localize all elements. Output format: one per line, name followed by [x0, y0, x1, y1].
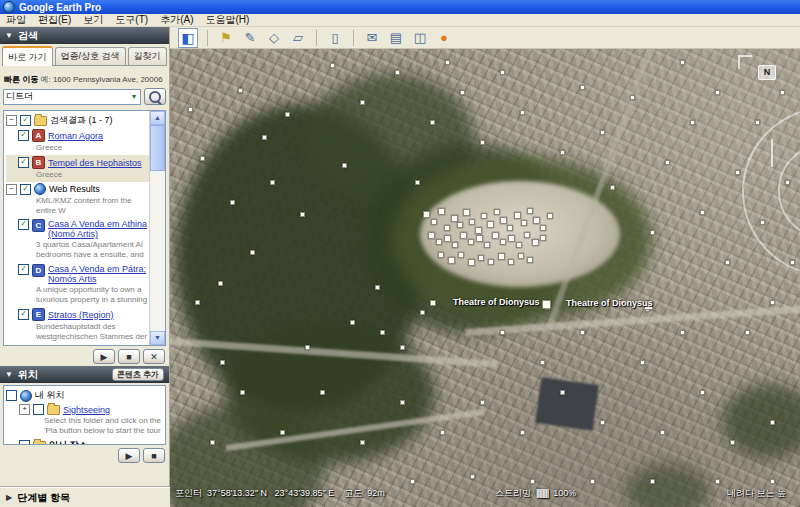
photo-placemark-icon[interactable] — [400, 400, 405, 405]
photo-placemark-icon[interactable] — [521, 220, 527, 226]
collapse-box-icon[interactable]: − — [6, 184, 17, 195]
add-image-overlay-icon[interactable]: ▱ — [289, 29, 307, 47]
photo-placemark-icon[interactable] — [580, 330, 585, 335]
photo-placemark-icon[interactable] — [300, 212, 305, 217]
photo-placemark-icon[interactable] — [480, 140, 485, 145]
stop-tour-button[interactable]: ■ — [143, 448, 165, 463]
photo-placemark-icon[interactable] — [475, 227, 482, 234]
photo-placemark-icon[interactable] — [500, 70, 505, 75]
checkbox-checked[interactable]: ✓ — [18, 309, 29, 320]
photo-placemark-icon[interactable] — [715, 479, 720, 484]
search-go-button[interactable] — [144, 88, 166, 105]
play-tour-button[interactable]: ▶ — [93, 349, 115, 364]
result-link[interactable]: Casa A Venda em Athina (Nomó Artis) — [48, 219, 149, 239]
result-link[interactable]: Roman Agora — [48, 131, 103, 141]
photo-placemark-icon[interactable] — [600, 130, 605, 135]
photo-placemark-icon[interactable] — [735, 170, 740, 175]
play-tour-button[interactable]: ▶ — [118, 448, 140, 463]
photo-placemark-icon[interactable] — [770, 300, 775, 305]
result-link[interactable]: Stratos (Region) — [48, 310, 114, 320]
photo-placemark-icon[interactable] — [650, 479, 655, 484]
expand-triangle-icon[interactable]: ▶ — [6, 493, 12, 502]
photo-placemark-icon[interactable] — [410, 479, 415, 484]
photo-placemark-icon[interactable] — [508, 235, 515, 242]
photo-placemark-icon[interactable] — [665, 160, 670, 165]
photo-placemark-icon[interactable] — [520, 430, 525, 435]
photo-placemark-icon[interactable] — [395, 70, 400, 75]
my-places-item[interactable]: 내 위치 — [6, 388, 163, 403]
photo-placemark-icon[interactable] — [500, 239, 506, 245]
photo-placemark-icon[interactable] — [498, 253, 505, 260]
photo-placemark-icon[interactable] — [431, 219, 437, 225]
photo-placemark-icon[interactable] — [415, 180, 420, 185]
combo-dropdown-icon[interactable]: ▾ — [129, 91, 139, 103]
photo-placemark-icon[interactable] — [514, 212, 521, 219]
result-item-b[interactable]: ✓ B Tempel des Hephaistos — [18, 155, 149, 170]
map-viewport[interactable]: Theatre of DionysusTheatre of Dionysus N… — [170, 49, 800, 507]
result-link[interactable]: Tempel des Hephaistos — [48, 158, 142, 168]
photo-placemark-icon[interactable] — [527, 257, 533, 263]
photo-placemark-icon[interactable] — [200, 156, 205, 161]
photo-placemark-icon[interactable] — [440, 430, 445, 435]
sightseeing-item[interactable]: + Sightseeing — [19, 403, 163, 416]
photo-placemark-icon[interactable] — [430, 120, 435, 125]
photo-placemark-icon[interactable] — [560, 150, 565, 155]
photo-placemark-icon[interactable] — [487, 221, 494, 228]
photo-placemark-icon[interactable] — [400, 345, 405, 350]
selected-result[interactable]: ✓ B Tempel des Hephaistos Greece — [6, 155, 149, 182]
photo-placemark-icon[interactable] — [423, 211, 430, 218]
print-icon[interactable]: ▤ — [387, 29, 405, 47]
photo-placemark-icon[interactable] — [660, 430, 665, 435]
checkbox-unchecked[interactable] — [33, 404, 44, 415]
photo-placemark-icon[interactable] — [448, 257, 455, 264]
photo-placemark-icon[interactable] — [420, 310, 425, 315]
photo-placemark-icon[interactable] — [342, 163, 347, 168]
photo-placemark-icon[interactable] — [463, 209, 470, 216]
photo-placemark-icon[interactable] — [220, 360, 225, 365]
result-item-a[interactable]: ✓ A Roman Agora — [18, 128, 149, 143]
photo-placemark-icon[interactable] — [730, 440, 735, 445]
photo-placemark-icon[interactable] — [451, 215, 458, 222]
photo-placemark-icon[interactable] — [507, 225, 513, 231]
scroll-thumb[interactable] — [150, 125, 165, 171]
result-item-e[interactable]: ✓ E Stratos (Region) — [18, 307, 149, 322]
window-titlebar[interactable]: Google Earth Pro — [0, 0, 800, 14]
photo-placemark-icon[interactable] — [480, 400, 485, 405]
result-item-d[interactable]: ✓ D Casa A Venda em Pátra; Nomós Artis — [18, 263, 149, 285]
photo-placemark-icon[interactable] — [360, 100, 365, 105]
photo-placemark-icon[interactable] — [428, 232, 435, 239]
clear-results-button[interactable]: ✕ — [143, 349, 165, 364]
photo-placemark-icon[interactable] — [285, 112, 290, 117]
add-polygon-icon[interactable]: ✎ — [241, 29, 259, 47]
photo-placemark-icon[interactable] — [630, 95, 635, 100]
photo-placemark-icon[interactable] — [755, 120, 760, 125]
photo-placemark-icon[interactable] — [770, 420, 775, 425]
photo-placemark-icon[interactable] — [540, 225, 546, 231]
menu-file[interactable]: 파일 — [6, 13, 26, 27]
stop-tour-button[interactable]: ■ — [118, 349, 140, 364]
menu-help[interactable]: 도움말(H) — [205, 13, 249, 27]
tab-find-businesses[interactable]: 업종/상호 검색 — [55, 47, 126, 65]
photo-placemark-icon[interactable] — [780, 90, 785, 95]
photo-placemark-icon[interactable] — [380, 330, 385, 335]
photo-placemark-icon[interactable] — [360, 440, 365, 445]
photo-placemark-icon[interactable] — [530, 479, 535, 484]
photo-placemark-icon[interactable] — [470, 474, 475, 479]
photo-placemark-icon[interactable] — [770, 479, 775, 484]
toggle-sidebar-icon[interactable]: ◧ — [178, 28, 198, 48]
photo-placemark-icon[interactable] — [500, 330, 505, 335]
photo-placemark-icon[interactable] — [452, 242, 458, 248]
collapse-triangle-icon[interactable]: ▼ — [5, 31, 13, 40]
photo-placemark-icon[interactable] — [238, 88, 243, 93]
checkbox-checked[interactable]: ✓ — [18, 157, 29, 168]
photo-placemark-icon[interactable] — [430, 300, 436, 306]
photo-placemark-icon[interactable] — [715, 90, 720, 95]
search-panel-header[interactable]: ▼ 검색 — [0, 27, 169, 44]
photo-placemark-icon[interactable] — [478, 255, 484, 261]
photo-placemark-icon[interactable] — [527, 208, 533, 214]
photo-placemark-icon[interactable] — [492, 232, 499, 239]
photo-placemark-icon[interactable] — [524, 232, 530, 238]
photo-placemark-icon[interactable] — [476, 235, 483, 242]
collapse-box-icon[interactable]: − — [6, 115, 17, 126]
results-scrollbar[interactable]: ▲ ▼ — [149, 111, 165, 345]
